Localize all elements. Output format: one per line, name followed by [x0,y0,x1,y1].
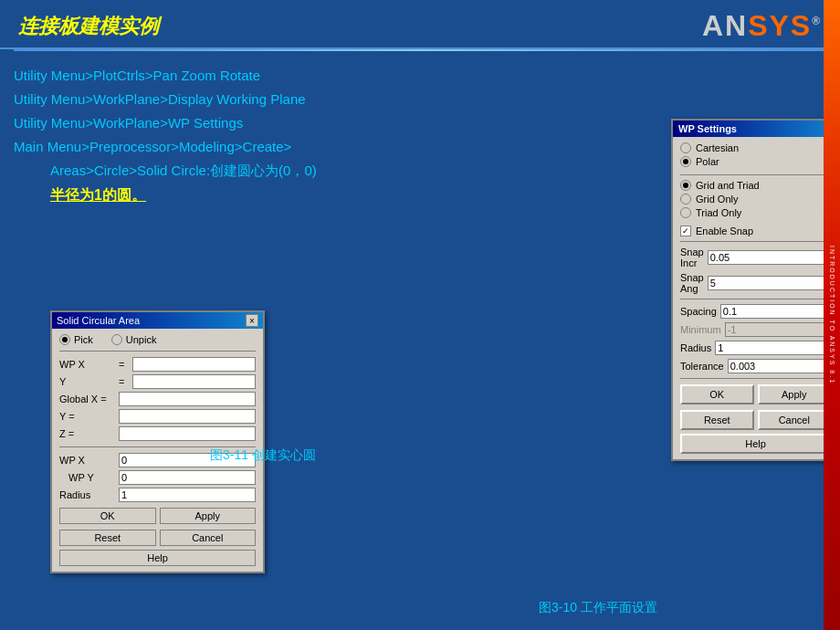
coord-section: WP X = Y = Global X = Y = Z = [59,357,256,441]
global-x-row: Global X = [59,392,256,406]
global-y-label: Y = [59,411,119,422]
wpy-label: Y [59,376,119,387]
polar-radio[interactable]: Polar [680,156,831,167]
triad-only-label: Triad Only [696,207,741,218]
enable-snap-row[interactable]: ✓ Enable Snap [680,226,831,236]
cartesian-radio[interactable]: Cartesian [680,142,831,153]
global-z-row: Z = [59,426,256,441]
triad-only-radio[interactable]: Triad Only [680,207,831,218]
spacing-input[interactable] [720,304,840,319]
minimum-label: Minimum [680,324,721,335]
help-btn-row: Help [59,550,256,566]
wp-radius-input[interactable] [715,341,840,355]
minimum-row: Minimum [680,322,831,337]
ansys-logo: ANSYS® [702,9,822,43]
dialog-wpy-input[interactable] [119,470,256,485]
figure-caption-1: 图3-11 创建实心圆 [210,447,316,464]
dialog-reset-cancel-buttons: Reset Cancel [59,530,256,546]
wpy-value [132,374,256,389]
wp-settings-title: WP Settings [673,121,838,137]
pick-radio[interactable]: Pick [59,334,93,345]
display-type-group: Grid and Triad Grid Only Triad Only [680,180,831,218]
page-title: 连接板建模实例 [18,13,159,40]
bottom-caption: 图3-10 工作平面设置 [539,600,657,616]
enable-snap-checkbox[interactable]: ✓ [680,226,691,236]
grid-triad-radio[interactable]: Grid and Triad [680,180,831,191]
dialog-wpx-input-label: WP X [59,455,119,466]
wp-ok-button[interactable]: OK [680,384,754,404]
cartesian-radio-circle [680,142,691,153]
wp-help-row: Help [680,434,831,454]
pick-radio-circle [59,334,70,345]
snap-ang-row: Snap Ang [680,272,831,294]
wp-ok-apply-buttons: OK Apply [680,384,831,404]
cartesian-label: Cartesian [696,142,739,153]
triad-only-radio-circle [680,207,691,218]
wpx-label: WP X [59,359,119,370]
wpy-row: Y = [59,374,256,389]
wp-separator-4 [680,378,831,379]
spacing-row: Spacing [680,304,831,319]
wp-apply-button[interactable]: Apply [758,384,832,404]
dialog-apply-button[interactable]: Apply [160,508,257,524]
text-line-1: Utility Menu>PlotCtrls>Pan Zoom Rotate [14,65,826,87]
global-z-value [119,426,256,441]
dialog-cancel-button[interactable]: Cancel [160,530,257,546]
separator-1 [59,351,256,352]
wp-reset-button[interactable]: Reset [680,410,754,430]
wp-settings-panel: WP Settings Cartesian Polar Grid and Tri… [671,119,840,461]
dialog-radius-label: Radius [59,489,119,500]
wpx-row: WP X = [59,357,256,372]
tolerance-row: Tolerance [680,359,831,373]
polar-label: Polar [696,156,719,167]
unpick-radio-circle [111,334,122,345]
dialog-wpy-input-row: WP Y [59,470,256,485]
dialog-radius-row: Radius [59,488,256,502]
header: 连接板建模实例 ANSYS® [0,0,840,49]
close-icon[interactable]: × [246,314,258,327]
radius-row: Radius [680,341,831,355]
polar-radio-circle [680,156,691,167]
dialog-ok-button[interactable]: OK [59,508,156,524]
global-x-label: Global X = [59,394,119,404]
grid-only-radio[interactable]: Grid Only [680,194,831,205]
dialog-reset-button[interactable]: Reset [59,530,156,546]
coordinate-type-group: Cartesian Polar [680,142,831,167]
wp-separator-1 [680,174,831,175]
dialog-title: Solid Circular Area [57,315,140,326]
wp-separator-3 [680,299,831,299]
global-z-label: Z = [59,428,119,439]
snap-incr-label: Snap Incr [680,247,704,268]
snap-incr-row: Snap Incr [680,247,831,268]
wp-cancel-button[interactable]: Cancel [758,410,832,430]
global-y-value [119,409,256,424]
wp-separator-2 [680,241,831,242]
wp-help-button[interactable]: Help [680,434,831,454]
dialog-wpy-input-label: WP Y [59,472,119,483]
snap-incr-input[interactable] [708,250,839,265]
grid-triad-label: Grid and Triad [696,180,760,191]
wp-panel-body: Cartesian Polar Grid and Triad Grid Only… [673,137,838,459]
dialog-buttons: OK Apply [59,508,256,524]
enable-snap-label: Enable Snap [696,226,753,236]
unpick-radio[interactable]: Unpick [111,334,157,345]
text-line-2: Utility Menu>WorkPlane>Display Working P… [14,89,826,110]
tolerance-label: Tolerance [680,361,724,372]
global-x-value [119,392,256,406]
wp-reset-cancel-buttons: Reset Cancel [680,410,831,430]
wpx-value [132,357,256,372]
dialog-help-button[interactable]: Help [59,550,256,566]
pick-unpick-row: Pick Unpick [59,334,256,345]
grid-only-label: Grid Only [696,194,738,205]
snap-ang-input[interactable] [708,276,839,290]
snap-ang-label: Snap Ang [680,272,704,294]
grid-triad-radio-circle [680,180,691,191]
grid-only-radio-circle [680,194,691,205]
wp-radius-label: Radius [680,342,711,353]
spacing-label: Spacing [680,306,717,317]
solid-circle-dialog: Solid Circular Area × Pick Unpick WP X =… [50,310,265,573]
dialog-titlebar: Solid Circular Area × [52,312,263,329]
dialog-radius-input[interactable] [119,488,256,502]
right-strip: INTRODUCTION TO ANSYS 8.1 [824,0,840,630]
global-y-row: Y = [59,409,256,424]
